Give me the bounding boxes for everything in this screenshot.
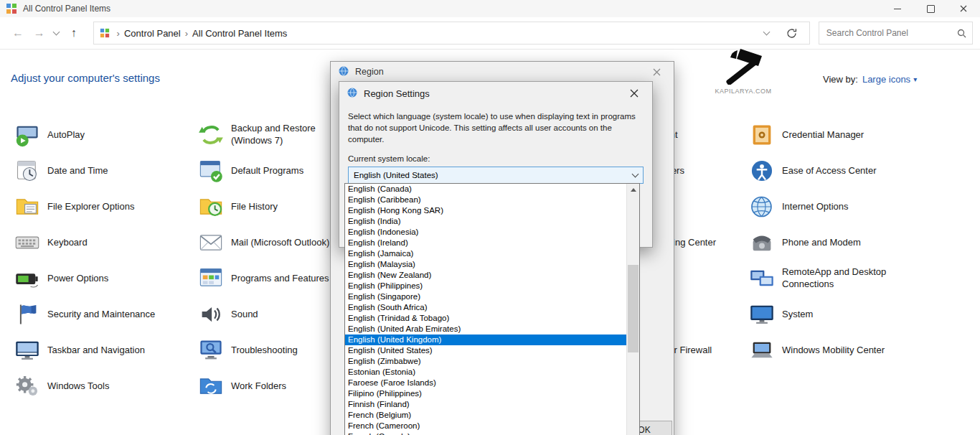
locale-option[interactable]: English (Malaysia) bbox=[345, 259, 627, 270]
locale-dropdown: English (Canada)English (Caribbean)Engli… bbox=[344, 183, 640, 435]
locale-option[interactable]: English (Caribbean) bbox=[345, 195, 627, 205]
maximize-button[interactable] bbox=[914, 0, 947, 17]
control-panel-item-ease-of-access-center[interactable]: Ease of Access Center bbox=[746, 153, 930, 189]
region-settings-titlebar[interactable]: Region Settings bbox=[339, 82, 652, 105]
control-panel-item-taskbar-and-navigation[interactable]: Taskbar and Navigation bbox=[11, 332, 195, 368]
region-settings-globe-icon bbox=[347, 87, 358, 100]
locale-option[interactable]: English (Jamaica) bbox=[345, 248, 627, 259]
system-icon bbox=[749, 301, 775, 327]
control-panel-item-label: File Explorer Options bbox=[47, 201, 134, 213]
locale-option[interactable]: English (Trinidad & Tobago) bbox=[345, 313, 627, 324]
mail-icon bbox=[198, 230, 224, 256]
file-explorer-options-icon bbox=[14, 194, 40, 220]
locale-option[interactable]: Faroese (Faroe Islands) bbox=[345, 378, 627, 388]
locale-option[interactable]: Filipino (Philippines) bbox=[345, 388, 627, 399]
breadcrumb-item[interactable]: All Control Panel Items bbox=[192, 28, 287, 39]
breadcrumb-chevron-icon[interactable]: › bbox=[117, 28, 120, 39]
control-panel-item-security-and-maintenance[interactable]: Security and Maintenance bbox=[11, 296, 195, 332]
locale-option[interactable]: English (Indonesia) bbox=[345, 227, 627, 238]
locale-option[interactable]: English (Philippines) bbox=[345, 281, 627, 291]
region-settings-close-button[interactable] bbox=[623, 83, 645, 103]
control-panel-item-label: Power Options bbox=[47, 273, 108, 285]
locale-option[interactable]: English (United States) bbox=[345, 345, 627, 356]
maximize-icon bbox=[927, 5, 935, 13]
phone-modem-icon bbox=[749, 230, 775, 256]
back-button[interactable] bbox=[7, 22, 29, 44]
power-options-icon bbox=[14, 266, 40, 291]
minimize-button[interactable] bbox=[881, 0, 914, 17]
scrollbar-thumb[interactable] bbox=[628, 265, 639, 352]
region-dialog-titlebar[interactable]: Region bbox=[331, 62, 674, 82]
locale-option[interactable]: English (United Arab Emirates) bbox=[345, 324, 627, 335]
windows-tools-icon bbox=[14, 373, 40, 399]
control-panel-item-label: Mail (Microsoft Outlook) bbox=[231, 237, 329, 249]
scrollbar-up-button[interactable] bbox=[627, 184, 639, 196]
chevron-down-icon bbox=[763, 29, 771, 36]
refresh-button[interactable] bbox=[783, 24, 801, 42]
locale-option[interactable]: English (Hong Kong SAR) bbox=[345, 205, 627, 216]
breadcrumb-chevron-icon[interactable]: › bbox=[185, 28, 188, 39]
default-programs-icon bbox=[198, 158, 224, 184]
work-folders-icon bbox=[198, 373, 224, 399]
control-panel-item-label: Windows Tools bbox=[47, 380, 109, 393]
control-panel-item-label: Default Programs bbox=[231, 165, 303, 177]
control-panel-item-file-explorer-options[interactable]: File Explorer Options bbox=[11, 189, 195, 225]
up-button[interactable] bbox=[63, 22, 85, 44]
forward-button[interactable] bbox=[29, 22, 50, 44]
control-panel-item-system[interactable]: System bbox=[746, 296, 930, 332]
control-panel-item-credential-manager[interactable]: Credential Manager bbox=[746, 117, 930, 153]
ease-of-access-icon bbox=[749, 158, 775, 184]
control-panel-item-windows-mobility-center[interactable]: Windows Mobility Center bbox=[746, 332, 930, 368]
search-input[interactable] bbox=[825, 27, 957, 39]
control-panel-item-keyboard[interactable]: Keyboard bbox=[11, 225, 195, 261]
control-panel-item-date-and-time[interactable]: Date and Time bbox=[11, 153, 195, 189]
locale-option[interactable]: French (Belgium) bbox=[345, 410, 627, 421]
control-panel-item-label: System bbox=[782, 309, 813, 321]
control-panel-item-phone-and-modem[interactable]: Phone and Modem bbox=[746, 225, 930, 261]
locale-option[interactable]: Finnish (Finland) bbox=[345, 399, 627, 410]
hammer-icon bbox=[716, 47, 771, 85]
locale-dropdown-list: English (Canada)English (Caribbean)Engli… bbox=[345, 184, 627, 435]
region-settings-title: Region Settings bbox=[364, 88, 430, 99]
locale-option[interactable]: French (Canada) bbox=[345, 431, 627, 435]
page-title: Adjust your computer's settings bbox=[11, 72, 160, 84]
locale-option[interactable]: English (Zimbabwe) bbox=[345, 356, 627, 367]
control-panel-item-autoplay[interactable]: AutoPlay bbox=[11, 117, 195, 153]
region-dialog-close-button[interactable] bbox=[646, 63, 666, 80]
locale-option-highlighted[interactable]: English (United Kingdom) bbox=[345, 335, 627, 345]
watermark-text: KAPILARYA.COM bbox=[715, 88, 772, 95]
close-button[interactable] bbox=[947, 0, 980, 17]
control-panel-item-label: Ease of Access Center bbox=[782, 165, 877, 177]
minimize-icon bbox=[894, 9, 901, 9]
recent-locations-button[interactable] bbox=[50, 22, 63, 44]
file-history-icon bbox=[198, 194, 224, 220]
control-panel-app-icon bbox=[6, 3, 17, 14]
control-panel-item-internet-options[interactable]: Internet Options bbox=[746, 189, 930, 225]
locale-option[interactable]: English (Canada) bbox=[345, 184, 627, 195]
dropdown-scrollbar[interactable] bbox=[626, 184, 639, 435]
system-locale-value: English (United States) bbox=[354, 171, 438, 179]
region-settings-description: Select which language (system locale) to… bbox=[348, 111, 644, 145]
locale-option[interactable]: French (Cameroon) bbox=[345, 421, 627, 431]
control-panel-item-label: Date and Time bbox=[47, 165, 108, 177]
control-panel-item-remoteapp-and-desktop-connections[interactable]: RemoteApp and Desktop Connections bbox=[746, 261, 930, 296]
locale-option[interactable]: English (India) bbox=[345, 216, 627, 227]
breadcrumb-item[interactable]: Control Panel bbox=[124, 28, 181, 39]
locale-option[interactable]: English (Ireland) bbox=[345, 238, 627, 248]
view-by-dropdown[interactable]: Large icons bbox=[862, 74, 917, 85]
address-bar[interactable]: ›Control Panel›All Control Panel Items bbox=[93, 22, 810, 45]
locale-option[interactable]: Estonian (Estonia) bbox=[345, 367, 627, 378]
control-panel-item-label: Credential Manager bbox=[782, 129, 864, 141]
autoplay-icon bbox=[14, 122, 40, 148]
address-dropdown-button[interactable] bbox=[760, 22, 773, 44]
control-panel-item-windows-tools[interactable]: Windows Tools bbox=[11, 368, 195, 404]
breadcrumb: ›Control Panel›All Control Panel Items bbox=[113, 28, 288, 39]
locale-option[interactable]: English (New Zealand) bbox=[345, 270, 627, 281]
locale-option[interactable]: English (South Africa) bbox=[345, 302, 627, 313]
programs-features-icon bbox=[198, 266, 224, 291]
control-panel-item-label: Security and Maintenance bbox=[47, 309, 155, 321]
system-locale-combobox[interactable]: English (United States) bbox=[348, 167, 644, 184]
locale-option[interactable]: English (Singapore) bbox=[345, 291, 627, 302]
control-panel-item-label: Sound bbox=[231, 309, 258, 321]
control-panel-item-power-options[interactable]: Power Options bbox=[11, 261, 195, 296]
